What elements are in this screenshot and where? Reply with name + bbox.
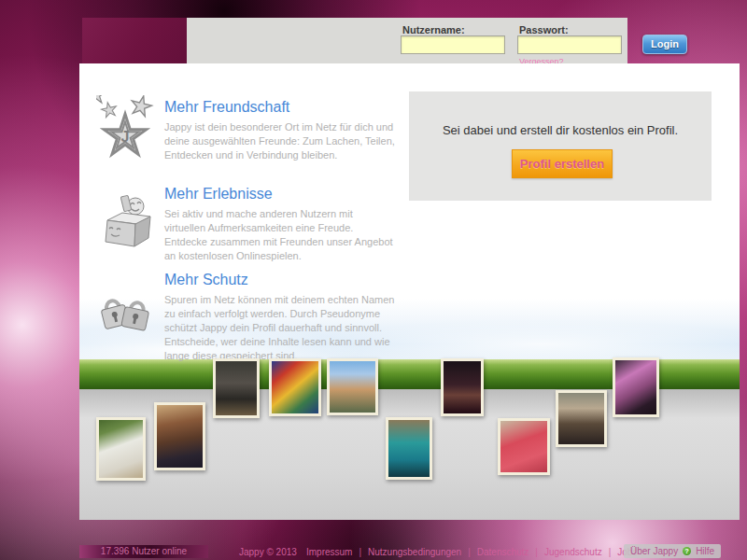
logo-box bbox=[82, 18, 187, 64]
footer-separator: | bbox=[535, 547, 538, 557]
footer-link-impressum[interactable]: Impressum bbox=[306, 547, 352, 557]
section-title-protection: Mehr Schutz bbox=[164, 272, 248, 288]
profile-photo[interactable] bbox=[96, 417, 146, 481]
username-input[interactable] bbox=[401, 35, 505, 54]
footer-separator: | bbox=[609, 547, 612, 557]
section-title-friendship: Mehr Freundschaft bbox=[164, 99, 289, 116]
password-input[interactable] bbox=[517, 35, 622, 54]
footer-links: Impressum | Nutzungsbedingungen | Datens… bbox=[306, 547, 637, 557]
create-profile-button[interactable]: Profil erstellen bbox=[512, 149, 613, 178]
section-text-friendship: Jappy ist dein besonderer Ort im Netz fü… bbox=[164, 120, 396, 162]
username-label: Nutzername: bbox=[402, 24, 465, 35]
footer-separator: | bbox=[468, 547, 471, 557]
svg-text:J: J bbox=[121, 129, 130, 145]
about-jappy-link[interactable]: Über Jappy bbox=[630, 546, 678, 556]
footer-utility-bar: Über Jappy Hilfe bbox=[624, 544, 721, 558]
section-text-experiences: Sei aktiv und mache anderen Nutzern mit … bbox=[164, 207, 396, 263]
profile-photo[interactable] bbox=[386, 417, 432, 480]
profile-photo[interactable] bbox=[213, 358, 260, 418]
profile-photo[interactable] bbox=[556, 390, 607, 447]
footer-separator: | bbox=[359, 547, 361, 557]
help-link[interactable]: Hilfe bbox=[696, 546, 714, 556]
giftbox-icon bbox=[100, 192, 156, 254]
locks-icon bbox=[94, 286, 154, 340]
footer-link-datenschutz[interactable]: Datenschutz bbox=[477, 547, 529, 557]
main-card: J Mehr Freundschaft Jappy ist dein beson… bbox=[79, 63, 740, 520]
profile-photo[interactable] bbox=[269, 358, 321, 416]
password-label: Passwort: bbox=[519, 24, 569, 35]
stars-icon: J bbox=[96, 95, 158, 166]
copyright: Jappy © 2013 bbox=[239, 547, 297, 557]
signup-text: Sei dabei und erstell dir kostenlos ein … bbox=[409, 123, 712, 137]
section-text-protection: Spuren im Netz können mit deinem echten … bbox=[164, 293, 396, 363]
profile-photo[interactable] bbox=[154, 402, 205, 470]
login-button[interactable]: Login bbox=[642, 35, 687, 54]
profile-photo[interactable] bbox=[613, 357, 659, 417]
footer-link-jugendschutz[interactable]: Jugendschutz bbox=[544, 547, 602, 557]
section-title-experiences: Mehr Erlebnisse bbox=[164, 186, 273, 203]
profile-photo[interactable] bbox=[327, 358, 378, 415]
signup-box: Sei dabei und erstell dir kostenlos ein … bbox=[409, 91, 712, 201]
help-icon bbox=[683, 547, 691, 555]
footer-link-nutzungsbedingungen[interactable]: Nutzungsbedingungen bbox=[368, 547, 461, 557]
profile-photo[interactable] bbox=[441, 358, 484, 416]
online-counter: 17.396 Nutzer online bbox=[79, 545, 208, 558]
profile-photo[interactable] bbox=[498, 418, 550, 475]
